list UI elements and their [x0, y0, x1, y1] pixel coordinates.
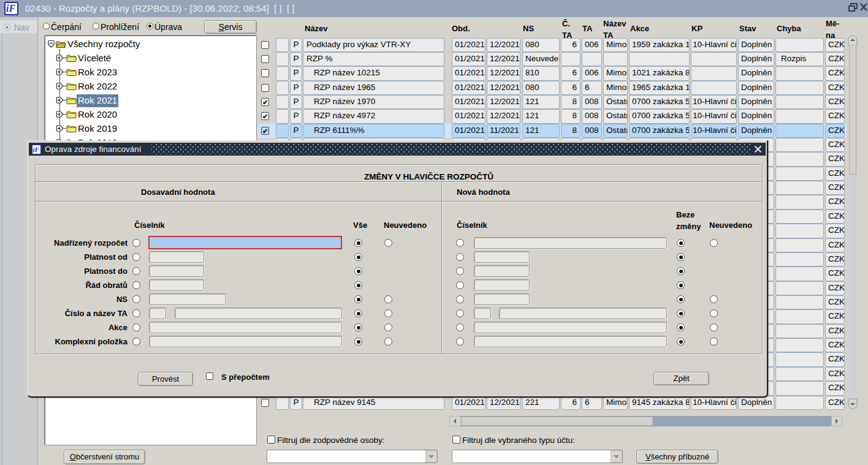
svg-text:iF: iF [33, 146, 40, 153]
svg-text:iF: iF [6, 3, 15, 13]
